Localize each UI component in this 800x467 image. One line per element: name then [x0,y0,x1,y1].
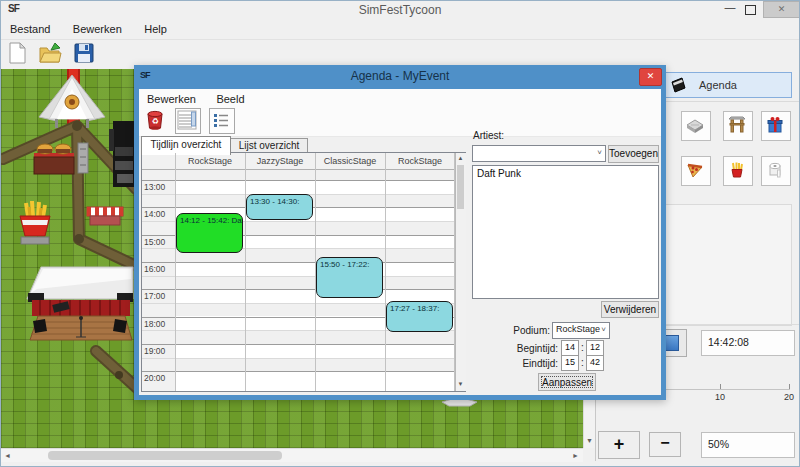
begin-minute-input[interactable]: 12 [586,340,604,356]
open-folder-icon [38,41,62,65]
schedule-grid[interactable]: RockStage JazzyStage ClassicStage RockSt… [141,152,466,392]
list-view-icon [210,109,232,131]
begin-hour-input[interactable]: 14 [561,340,579,356]
begin-time-label: Begintijd: [494,343,558,354]
gift-icon [765,115,785,135]
zoom-level-display: 50% [701,432,795,458]
half-hour-line [142,358,455,359]
scrollbar-thumb[interactable] [48,451,282,460]
tab-lijst-overzicht[interactable]: Lijst overzicht [230,138,308,153]
minimize-button[interactable]: — [721,1,739,17]
open-file-button[interactable] [38,41,64,67]
schedule-event[interactable]: 15:50 - 17:22: [316,257,383,298]
agenda-label: Agenda [699,79,737,91]
shop-path-button[interactable] [681,111,711,141]
svg-text:♻: ♻ [151,117,158,126]
popcorn-stand [87,207,123,225]
shop-pizza-button[interactable] [681,156,711,186]
burger-stand [34,144,74,174]
scrollbar-thumb[interactable] [457,165,464,209]
hour-line [142,262,455,263]
agenda-book-icon [669,77,687,93]
close-button[interactable]: ✕ [763,1,800,18]
schedule-event[interactable]: 13:30 - 14:30: [246,194,313,220]
dialog-title: Agenda - MyEvent [134,69,666,83]
time-label: 19:00 [144,346,165,356]
scroll-down-icon[interactable]: ▼ [456,381,465,387]
add-artist-button[interactable]: Toevoegen [608,145,659,163]
stage-frame-icon [727,115,747,135]
menu-bar: Bestand Bewerken Help [1,19,799,40]
pizza-icon [685,160,705,180]
scroll-down-icon[interactable]: ▼ [584,436,595,446]
menu-sign [78,143,88,173]
podium-label: Podium: [489,325,550,336]
end-hour-input[interactable]: 15 [561,355,579,371]
shop-fries-button[interactable] [723,156,753,186]
dialog-toolbar: ♻ [139,107,661,137]
dialog-menu-beeld[interactable]: Beeld [208,91,252,107]
podium-combobox[interactable]: RockStage ˅ [552,322,610,339]
time-label: 13:00 [144,182,165,192]
apply-button[interactable]: Aanpassen [538,373,596,391]
timeline-view-button[interactable] [175,108,201,134]
time-label: 20:00 [144,373,165,383]
artist-list-item[interactable]: Daft Punk [473,166,658,179]
artist-combobox[interactable]: ˅ [472,145,606,162]
shop-toiletpaper-button[interactable] [761,156,791,186]
shop-gift-button[interactable] [761,111,791,141]
zoom-in-button[interactable]: + [598,431,640,459]
trash-icon: ♻ [143,108,167,132]
slider-label: 20 [777,392,800,402]
save-floppy-icon [72,41,96,65]
map-horizontal-scrollbar[interactable]: ◄ ► [1,448,583,462]
menu-bewerken[interactable]: Bewerken [64,20,131,38]
schedule-event[interactable]: 17:27 - 18:37: [386,301,453,332]
scroll-up-icon[interactable]: ▲ [456,155,465,161]
fries-icon [727,160,747,180]
tab-tijdlijn-overzicht[interactable]: Tijdlijn overzicht [141,136,231,155]
column-header: ClassicStage [315,156,385,166]
artist-list[interactable]: Daft Punk [472,165,659,299]
save-button[interactable] [72,41,98,67]
hour-line [142,371,455,372]
maximize-button[interactable] [745,5,756,15]
slider-tick [789,384,790,389]
schedule-scrollbar[interactable]: ▲ ▼ [455,153,466,391]
timeline-view-icon [176,109,198,131]
half-hour-line [142,276,455,277]
new-document-icon [6,41,30,65]
scroll-right-icon[interactable]: ► [570,451,581,461]
chevron-down-icon: ˅ [601,325,606,334]
list-view-button[interactable] [209,108,235,134]
shop-stage-button[interactable] [723,111,753,141]
end-minute-input[interactable]: 42 [586,355,604,371]
time-label: 15:00 [144,237,165,247]
main-stage [27,267,133,340]
delete-event-button[interactable]: ♻ [143,108,169,134]
menu-bestand[interactable]: Bestand [1,20,59,38]
colon-separator: : [581,342,584,353]
time-label: 16:00 [144,264,165,274]
hour-line [142,180,455,181]
menu-help[interactable]: Help [135,20,176,38]
agenda-button[interactable]: Agenda [660,72,792,98]
dialog-menu-bewerken[interactable]: Bewerken [139,91,204,107]
column-header: JazzyStage [245,156,315,166]
dialog-menu-bar: Bewerken Beeld [139,89,661,108]
artist-label: Artiest: [473,130,504,141]
schedule-event[interactable]: 14:12 - 15:42: Daft P [176,213,243,253]
scroll-left-icon[interactable]: ◄ [2,451,13,461]
column-divider [175,153,176,391]
scaffold-stage [109,121,135,187]
column-divider [245,153,246,391]
time-label: 17:00 [144,291,165,301]
remove-artist-button[interactable]: Verwijderen [601,301,659,318]
dialog-close-button[interactable]: ✕ [639,68,662,86]
main-window: SF SimFestTycoon — ✕ Bestand Bewerken He… [0,0,800,467]
hour-line [142,344,455,345]
hour-line [142,289,455,290]
schedule-header: RockStage JazzyStage ClassicStage RockSt… [142,153,455,170]
new-file-button[interactable] [6,41,32,67]
zoom-out-button[interactable]: − [649,432,681,457]
